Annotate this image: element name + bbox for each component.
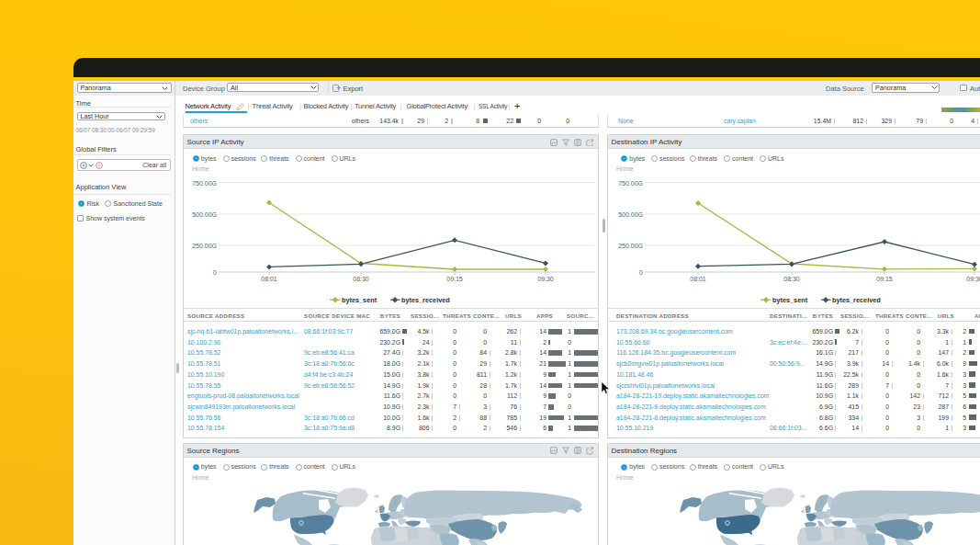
svg-text:0: 0 xyxy=(213,269,217,276)
svg-text:0: 0 xyxy=(639,269,643,276)
svg-text:bytes_received: bytes_received xyxy=(832,296,881,304)
svg-text:09:30: 09:30 xyxy=(966,276,980,282)
svg-text:08:01: 08:01 xyxy=(261,276,277,282)
svg-text:bytes_received: bytes_received xyxy=(401,296,450,304)
svg-text:500.00G: 500.00G xyxy=(618,211,643,218)
svg-text:500.00G: 500.00G xyxy=(192,211,217,218)
svg-text:08:01: 08:01 xyxy=(690,276,706,282)
svg-text:750.00G: 750.00G xyxy=(192,180,217,187)
svg-text:750.00G: 750.00G xyxy=(618,180,643,187)
svg-text:250.00G: 250.00G xyxy=(618,243,643,249)
svg-text:08:30: 08:30 xyxy=(353,276,369,282)
svg-text:bytes_sent: bytes_sent xyxy=(772,296,808,304)
svg-text:09:15: 09:15 xyxy=(446,276,463,282)
svg-text:09:15: 09:15 xyxy=(876,276,893,282)
svg-text:09:30: 09:30 xyxy=(537,276,554,282)
svg-text:bytes_sent: bytes_sent xyxy=(342,296,377,304)
svg-text:250.00G: 250.00G xyxy=(192,243,217,249)
svg-text:08:30: 08:30 xyxy=(783,276,800,282)
